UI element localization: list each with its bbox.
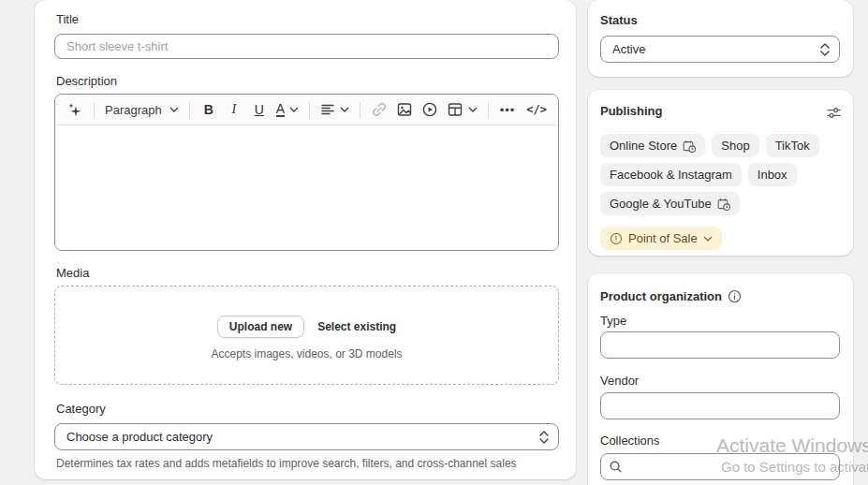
calendar-clock-icon — [717, 198, 730, 211]
category-select[interactable]: Choose a product category — [54, 423, 559, 450]
media-dropzone[interactable]: Upload new Select existing Accepts image… — [54, 286, 559, 385]
status-card: Status Active — [588, 0, 853, 77]
video-play-icon — [421, 101, 438, 118]
link-button[interactable] — [371, 99, 388, 120]
vendor-label: Vendor — [600, 374, 639, 388]
collections-search-field[interactable] — [600, 453, 840, 480]
italic-button[interactable]: I — [226, 99, 243, 120]
text-color-dropdown[interactable]: A — [276, 99, 299, 120]
insert-table-dropdown[interactable] — [447, 99, 478, 120]
table-icon — [447, 101, 463, 118]
info-icon[interactable] — [728, 289, 742, 303]
title-label: Title — [56, 12, 79, 26]
underline-icon: U — [255, 103, 264, 116]
bold-button[interactable]: B — [200, 99, 217, 120]
paragraph-style-label: Paragraph — [105, 103, 162, 117]
channel-chip-label: Facebook & Instagram — [610, 168, 732, 182]
publishing-header: Publishing — [600, 104, 662, 118]
publishing-channels: Online Store Shop TikTok Facebook & Inst… — [600, 134, 841, 250]
category-label: Category — [56, 402, 106, 416]
channel-chip-tiktok[interactable]: TikTok — [766, 134, 819, 157]
alignment-dropdown[interactable] — [320, 99, 349, 120]
select-existing-button[interactable]: Select existing — [317, 320, 396, 333]
category-hint: Determines tax rates and adds metafields… — [56, 457, 517, 470]
more-options-button[interactable]: ••• — [499, 99, 516, 120]
category-select-value: Choose a product category — [66, 430, 213, 444]
description-editor: Paragraph B I U A — [54, 94, 559, 251]
chevron-down-icon — [169, 107, 179, 112]
up-down-chevrons-icon — [820, 43, 830, 56]
link-icon — [371, 101, 388, 118]
toolbar-divider — [360, 102, 360, 118]
code-icon: </> — [526, 103, 547, 116]
image-icon — [396, 101, 413, 118]
warning-chip-label: Point of Sale — [628, 231, 698, 245]
insert-image-button[interactable] — [396, 99, 413, 120]
channel-chip-label: Shop — [721, 139, 749, 153]
page-background: Title Description Paragraph — [0, 0, 868, 485]
channel-chip-facebook-instagram[interactable]: Facebook & Instagram — [600, 163, 742, 186]
description-textarea[interactable] — [55, 125, 558, 251]
status-header: Status — [600, 13, 638, 27]
channel-chip-label: Online Store — [610, 139, 677, 153]
chevron-down-icon — [289, 107, 299, 112]
alert-circle-icon — [610, 232, 623, 245]
editor-toolbar: Paragraph B I U A — [55, 95, 558, 125]
point-of-sale-warning-chip[interactable]: Point of Sale — [600, 227, 722, 250]
chevron-down-icon — [340, 107, 349, 112]
underline-button[interactable]: U — [251, 99, 268, 120]
align-left-icon — [320, 102, 335, 117]
product-details-card: Title Description Paragraph — [35, 0, 576, 479]
italic-icon: I — [231, 103, 236, 116]
publishing-card: Publishing Online Store — [588, 90, 853, 256]
channel-chip-online-store[interactable]: Online Store — [600, 134, 705, 157]
organization-header: Product organization — [600, 289, 722, 303]
toolbar-divider — [488, 102, 489, 118]
more-dots-icon: ••• — [500, 103, 516, 117]
toolbar-divider — [94, 102, 95, 118]
up-down-chevrons-icon — [539, 431, 549, 444]
insert-video-button[interactable] — [421, 99, 438, 120]
channel-chip-inbox[interactable]: Inbox — [748, 163, 797, 186]
collections-label: Collections — [600, 434, 660, 448]
channel-chip-label: TikTok — [775, 139, 810, 153]
sparkle-icon — [66, 101, 83, 118]
sliders-icon — [826, 105, 842, 121]
paragraph-style-dropdown[interactable]: Paragraph — [105, 99, 179, 120]
status-select-value: Active — [612, 42, 645, 56]
search-icon — [609, 460, 623, 474]
text-color-icon: A — [276, 103, 285, 117]
media-label: Media — [56, 266, 89, 280]
product-organization-card: Product organization Type Vendor Collect… — [588, 273, 853, 485]
ai-magic-button[interactable] — [66, 99, 83, 120]
media-hint: Accepts images, videos, or 3D models — [55, 347, 558, 360]
bold-icon: B — [204, 103, 213, 116]
description-label: Description — [56, 74, 117, 88]
type-input[interactable] — [600, 331, 840, 359]
channel-chip-label: Inbox — [758, 168, 787, 182]
chevron-down-icon — [703, 236, 713, 242]
manage-publishing-button[interactable] — [825, 102, 842, 123]
show-html-button[interactable]: </> — [526, 99, 547, 120]
toolbar-divider — [309, 102, 310, 118]
vendor-input[interactable] — [600, 392, 840, 419]
collections-search-input[interactable] — [628, 460, 831, 474]
channel-chip-google-youtube[interactable]: Google & YouTube — [600, 192, 740, 215]
upload-new-button[interactable]: Upload new — [217, 316, 304, 338]
type-label: Type — [600, 314, 626, 328]
status-select[interactable]: Active — [600, 36, 840, 63]
title-input[interactable] — [54, 34, 559, 59]
channel-chip-label: Google & YouTube — [610, 197, 712, 211]
chevron-down-icon — [468, 107, 478, 112]
calendar-clock-icon — [683, 140, 696, 153]
channel-chip-shop[interactable]: Shop — [712, 134, 758, 157]
toolbar-divider — [189, 102, 190, 118]
